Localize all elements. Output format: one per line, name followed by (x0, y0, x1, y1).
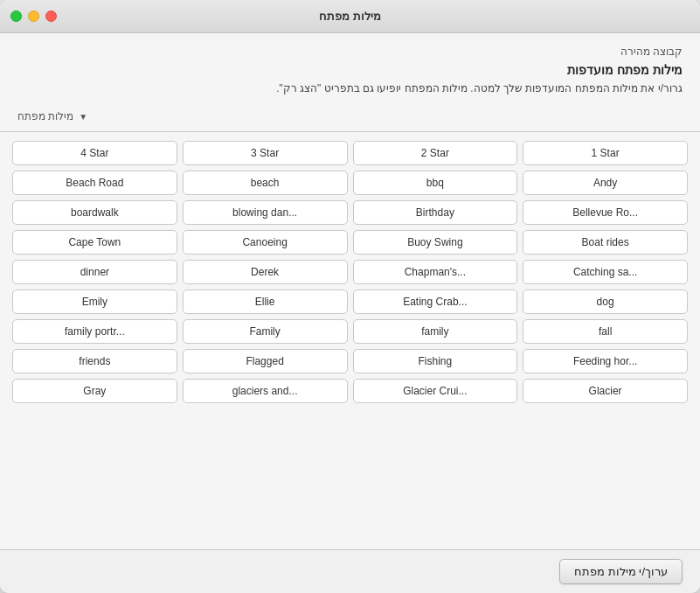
window-title: מילות מפתח (319, 10, 381, 23)
keyword-button[interactable]: Gray (12, 379, 177, 403)
keyword-button[interactable]: Chapman's... (353, 260, 518, 284)
keyword-button[interactable]: family portr... (12, 319, 177, 344)
keyword-button[interactable]: 1 Star (523, 141, 688, 165)
keyword-button[interactable]: Catching sa... (523, 260, 688, 284)
keywords-section-header: ▼ מילות מפתח (0, 105, 700, 131)
keyword-button[interactable]: glaciers and... (183, 379, 348, 403)
minimize-button[interactable] (28, 10, 39, 22)
keyword-button[interactable]: Birthday (353, 200, 518, 225)
main-window: מילות מפתח קבוצה מהירה מילות מפתח מועדפו… (0, 0, 700, 593)
keyword-button[interactable]: 2 Star (353, 141, 518, 165)
keywords-grid: 1 Star2 Star3 Star4 StarAndybbqbeachBeac… (12, 141, 688, 403)
maximize-button[interactable] (10, 10, 22, 22)
keyword-button[interactable]: Eating Crab... (353, 290, 518, 314)
edit-keywords-button[interactable]: ערוך/י מילות מפתח (559, 559, 683, 584)
keyword-button[interactable]: Cape Town (12, 230, 177, 255)
keyword-button[interactable]: Emily (12, 290, 177, 314)
footer: ערוך/י מילות מפתח (0, 549, 700, 593)
keyword-button[interactable]: 3 Star (183, 141, 348, 165)
header-section: קבוצה מהירה מילות מפתח מועדפות גרור/י את… (0, 33, 700, 105)
keyword-button[interactable]: Buoy Swing (353, 230, 518, 255)
keyword-button[interactable]: Canoeing (183, 230, 348, 255)
keyword-button[interactable]: Glacier (523, 379, 688, 403)
keywords-arrow-icon: ▼ (79, 112, 87, 122)
keyword-button[interactable]: bbq (353, 171, 518, 195)
keyword-button[interactable]: beach (183, 171, 348, 195)
keyword-button[interactable]: Boat rides (523, 230, 688, 255)
keyword-button[interactable]: dog (523, 290, 688, 314)
keyword-button[interactable]: 4 Star (12, 141, 177, 165)
keyword-button[interactable]: boardwalk (12, 200, 177, 225)
keyword-button[interactable]: Feeding hor... (523, 349, 688, 373)
keyword-button[interactable]: Ellie (183, 290, 348, 314)
keywords-grid-container[interactable]: 1 Star2 Star3 Star4 StarAndybbqbeachBeac… (0, 132, 700, 549)
keyword-button[interactable]: Flagged (183, 349, 348, 373)
window-controls (10, 10, 57, 22)
content-area: קבוצה מהירה מילות מפתח מועדפות גרור/י את… (0, 33, 700, 549)
keywords-header: ▼ מילות מפתח (17, 110, 683, 122)
title-bar: מילות מפתח (0, 0, 700, 33)
keyword-button[interactable]: Family (183, 319, 348, 344)
keyword-button[interactable]: Glacier Crui... (353, 379, 518, 403)
keyword-button[interactable]: Fishing (353, 349, 518, 373)
keyword-button[interactable]: Beach Road (12, 171, 177, 195)
keyword-button[interactable]: Bellevue Ro... (523, 200, 688, 225)
group-label: קבוצה מהירה (17, 45, 683, 58)
keyword-button[interactable]: Derek (183, 260, 348, 284)
keyword-button[interactable]: family (353, 319, 518, 344)
keyword-button[interactable]: blowing dan... (183, 200, 348, 225)
keyword-button[interactable]: dinner (12, 260, 177, 284)
close-button[interactable] (45, 10, 57, 22)
keywords-header-label: מילות מפתח (17, 110, 73, 122)
keyword-button[interactable]: friends (12, 349, 177, 373)
header-title: מילות מפתח מועדפות (17, 63, 683, 77)
keyword-button[interactable]: Andy (523, 171, 688, 195)
keyword-button[interactable]: fall (523, 319, 688, 344)
header-description: גרור/י את מילות המפתח המועדפות שלך למטה.… (17, 80, 683, 96)
